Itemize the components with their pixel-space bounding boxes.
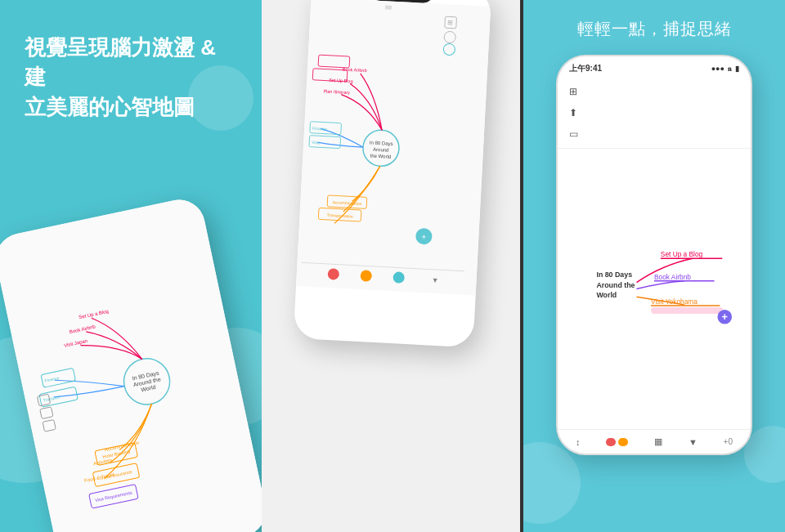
mind-map-middle: ⊞ In 80 Days Around the World Book Airbn… <box>300 2 478 288</box>
svg-text:Accommodation: Accommodation <box>332 199 361 206</box>
mindmap-svg: In 80 Days Around the World Set Up a Blo… <box>574 165 734 413</box>
share-icon[interactable]: ⬆ <box>566 105 581 120</box>
phone-bottom-toolbar: ↕ ▦ ▼ +0 <box>558 429 751 454</box>
signal-icon: ●●● <box>711 65 724 73</box>
svg-text:Plan Itinerary: Plan Itinerary <box>323 88 350 95</box>
svg-text:Around: Around <box>373 147 389 153</box>
deco-circle-right-1 <box>523 442 581 524</box>
svg-point-47 <box>392 271 405 284</box>
phone-mockup-right: 上午9:41 ●●● ᵰ ▮ ⊞ ⬆ ▭ In 80 Days Around t… <box>556 55 752 455</box>
svg-text:In 80 Days: In 80 Days <box>370 141 393 146</box>
svg-text:Visa: Visa <box>312 140 320 145</box>
add-node-icon[interactable]: +0 <box>724 437 733 446</box>
svg-rect-15 <box>40 407 53 419</box>
svg-rect-16 <box>43 420 56 432</box>
svg-text:Finance: Finance <box>312 126 327 132</box>
svg-text:Around the: Around the <box>596 281 635 289</box>
phone-mockup-middle: ⊞ In 80 Days Around the World Book Airbn… <box>294 0 492 347</box>
phone-content-area: In 80 Days Around the World Set Up a Blo… <box>558 149 751 429</box>
svg-text:+: + <box>722 311 728 323</box>
svg-text:Transportation: Transportation <box>326 212 353 219</box>
svg-rect-34 <box>318 55 350 68</box>
color-dot-red <box>606 438 616 446</box>
svg-rect-61 <box>651 307 723 314</box>
panel-divider-right <box>520 0 523 532</box>
svg-text:In 80 Days: In 80 Days <box>596 270 632 279</box>
svg-point-45 <box>327 268 339 280</box>
color-dots[interactable] <box>606 438 628 446</box>
svg-text:Book Airbnb: Book Airbnb <box>654 273 691 281</box>
left-headline: 視覺呈現腦力激盪 & 建 立美麗的心智地圖 <box>25 33 237 122</box>
wifi-icon: ᵰ <box>728 65 732 74</box>
svg-text:Visit Japan: Visit Japan <box>64 338 88 348</box>
svg-point-62 <box>717 310 732 324</box>
image-icon[interactable]: ▦ <box>654 436 662 447</box>
mindmap-container: In 80 Days Around the World Set Up a Blo… <box>574 165 734 413</box>
svg-point-26 <box>443 43 455 56</box>
svg-text:Transport: Transport <box>43 394 61 402</box>
svg-text:+: + <box>421 232 427 241</box>
svg-text:Finance: Finance <box>44 375 60 383</box>
svg-point-46 <box>360 270 372 282</box>
battery-icon: ▮ <box>735 65 739 73</box>
right-tagline: 輕輕一點，捕捉思緒 <box>577 18 732 40</box>
filter-icon[interactable]: ▼ <box>689 437 698 447</box>
svg-text:⊞: ⊞ <box>447 19 453 26</box>
layout-icon[interactable]: ▭ <box>566 127 581 141</box>
svg-text:Set Up a Blog: Set Up a Blog <box>78 309 109 320</box>
svg-line-44 <box>301 262 464 270</box>
grid-icon[interactable]: ⊞ <box>566 84 581 99</box>
status-time: 上午9:41 <box>569 63 602 74</box>
svg-text:Visit Yokohama: Visit Yokohama <box>651 297 698 306</box>
svg-text:the World: the World <box>370 154 392 159</box>
phone-status-bar: 上午9:41 ●●● ᵰ ▮ <box>558 56 751 78</box>
svg-text:Travel Insurance: Travel Insurance <box>99 469 132 481</box>
svg-text:Set Up a Blog: Set Up a Blog <box>661 250 703 258</box>
svg-point-25 <box>444 31 456 43</box>
color-dot-orange <box>618 438 628 446</box>
status-icons: ●●● ᵰ ▮ <box>711 65 739 74</box>
phone-toolbar: ⊞ ⬆ ▭ <box>558 78 751 149</box>
svg-text:Set Up Blog: Set Up Blog <box>329 78 353 84</box>
svg-text:World: World <box>596 291 617 299</box>
middle-panel: ⊞ In 80 Days Around the World Book Airbn… <box>262 0 523 532</box>
right-panel: 輕輕一點，捕捉思緒 上午9:41 ●●● ᵰ ▮ ⊞ ⬆ ▭ In 80 Day… <box>523 0 785 532</box>
svg-text:▼: ▼ <box>431 276 438 284</box>
expand-icon[interactable]: ↕ <box>576 437 581 447</box>
mind-map-left: In 80 Days Around the World Set Up a Blo… <box>1 204 261 532</box>
left-panel: 視覺呈現腦力激盪 & 建 立美麗的心智地圖 In 80 Days Around … <box>0 0 262 532</box>
